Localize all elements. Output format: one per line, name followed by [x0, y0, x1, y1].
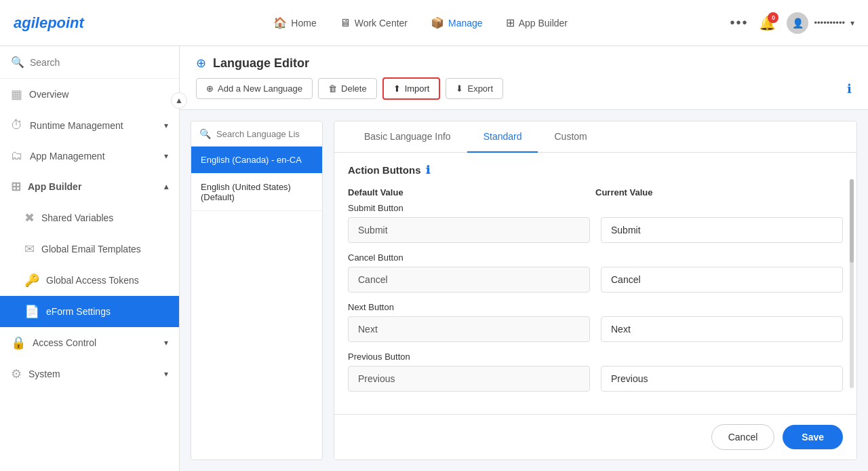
cancel-current-input[interactable]	[601, 267, 843, 293]
language-list-panel: 🔍 English (Canada) - en-CA English (Unit…	[191, 121, 323, 460]
collapse-sidebar-button[interactable]: ▲	[171, 92, 187, 109]
tab-label: Standard	[484, 131, 522, 142]
nav-manage-label: Manage	[448, 18, 483, 29]
field-cancel-label: Cancel Button	[348, 252, 843, 263]
export-button[interactable]: ⬇ Export	[446, 78, 503, 99]
import-icon: ⬆	[393, 83, 401, 94]
appbuilder-icon: ⊞	[506, 16, 515, 29]
more-options[interactable]: •••	[730, 15, 748, 31]
save-button[interactable]: Save	[783, 425, 843, 449]
search-input[interactable]	[30, 57, 168, 68]
right-panel: Basic Language Info Standard Custom	[334, 121, 857, 460]
tab-custom[interactable]: Custom	[538, 121, 603, 153]
previous-current-input[interactable]	[601, 366, 843, 392]
home-icon: 🏠	[273, 16, 287, 29]
sidebar-item-global-email-templates[interactable]: ✉ Global Email Templates	[0, 233, 179, 265]
nav-workcenter[interactable]: 🖥 Work Center	[330, 12, 417, 35]
appmanagement-icon: 🗂	[11, 149, 23, 163]
sidebar-item-app-management[interactable]: 🗂 App Management ▾	[0, 140, 179, 171]
cancel-button[interactable]: Cancel	[711, 424, 775, 450]
sidebar-item-system[interactable]: ⚙ System ▾	[0, 358, 179, 390]
tab-standard[interactable]: Standard	[467, 121, 538, 153]
field-previous-label: Previous Button	[348, 352, 843, 362]
logo-text: agilepoint	[14, 14, 84, 32]
submit-default-input	[348, 217, 590, 243]
logo: agilepoint	[14, 14, 84, 32]
col-header-default: Default Value	[348, 187, 595, 203]
section-heading: Action Buttons ℹ	[348, 164, 843, 176]
page-title: Language Editor	[213, 56, 309, 71]
import-button[interactable]: ⬆ Import	[382, 77, 441, 100]
chevron-down-icon: ▾	[850, 18, 854, 28]
lock-icon: 🔒	[11, 335, 26, 350]
section-heading-text: Action Buttons	[348, 164, 420, 176]
lang-search-input[interactable]	[216, 129, 314, 139]
sidebar-item-eform-settings[interactable]: 📄 eForm Settings	[0, 296, 179, 327]
cancel-default-input	[348, 267, 590, 293]
nav-links: 🏠 Home 🖥 Work Center 📦 Manage ⊞ App Buil…	[111, 11, 730, 35]
sidebar-item-label: Global Access Tokens	[46, 275, 139, 286]
sidebar-item-label: Overview	[29, 89, 68, 100]
field-next-row	[348, 316, 843, 342]
main-layout: 🔍 ▦ Overview ⏱ Runtime Management ▾ 🗂 Ap…	[0, 46, 868, 471]
field-cancel-row	[348, 267, 843, 293]
scrollbar[interactable]	[850, 179, 854, 388]
eform-icon: 📄	[24, 304, 39, 319]
sidebar-item-label: Global Email Templates	[41, 244, 141, 255]
add-icon: ⊕	[206, 83, 214, 94]
top-navigation: agilepoint 🏠 Home 🖥 Work Center 📦 Manage…	[0, 0, 868, 46]
nav-appbuilder-label: App Builder	[519, 18, 568, 29]
add-new-language-button[interactable]: ⊕ Add a New Language	[196, 78, 313, 99]
field-previous-row	[348, 366, 843, 392]
sidebar-item-app-builder[interactable]: ⊞ App Builder ▴	[0, 171, 179, 202]
sidebar-item-label: Shared Variables	[41, 212, 113, 223]
delete-button[interactable]: 🗑 Delete	[318, 78, 377, 99]
page-title-icon: ⊕	[196, 56, 206, 71]
manage-icon: 📦	[431, 16, 444, 29]
form-section: Action Buttons ℹ Default Value Current V…	[334, 153, 856, 414]
sidebar-item-label: App Builder	[28, 181, 81, 192]
chevron-down-icon: ▾	[164, 369, 168, 379]
sidebar-item-label: App Management	[30, 151, 105, 162]
tab-basic-language-info[interactable]: Basic Language Info	[348, 121, 467, 153]
shared-vars-icon: ✖	[24, 210, 35, 225]
search-icon: 🔍	[11, 56, 24, 69]
content-area: ⊕ Language Editor ⊕ Add a New Language 🗑…	[180, 46, 868, 471]
page-title-row: ⊕ Language Editor	[196, 46, 852, 77]
user-name: ••••••••••	[814, 18, 845, 28]
field-submit-label: Submit Button	[348, 203, 843, 213]
sidebar-item-access-control[interactable]: 🔒 Access Control ▾	[0, 327, 179, 358]
nav-appbuilder[interactable]: ⊞ App Builder	[496, 11, 577, 35]
runtime-icon: ⏱	[11, 118, 23, 132]
info-icon[interactable]: ℹ	[847, 81, 852, 96]
sidebar: 🔍 ▦ Overview ⏱ Runtime Management ▾ 🗂 Ap…	[0, 46, 180, 471]
nav-home[interactable]: 🏠 Home	[264, 11, 326, 35]
sidebar-item-shared-variables[interactable]: ✖ Shared Variables	[0, 202, 179, 233]
section-info-icon[interactable]: ℹ	[426, 164, 430, 176]
sidebar-item-global-access-tokens[interactable]: 🔑 Global Access Tokens	[0, 265, 179, 296]
next-current-input[interactable]	[601, 316, 843, 342]
toolbar-row: ⊕ Add a New Language 🗑 Delete ⬆ Import ⬇…	[196, 77, 852, 109]
field-cancel-button: Cancel Button	[348, 252, 843, 293]
delete-icon: 🗑	[328, 83, 337, 94]
sidebar-item-label: System	[28, 369, 60, 379]
submit-current-input[interactable]	[601, 217, 843, 243]
sidebar-item-runtime-management[interactable]: ⏱ Runtime Management ▾	[0, 110, 179, 140]
panel-wrapper: 🔍 English (Canada) - en-CA English (Unit…	[180, 110, 868, 471]
tab-label: Custom	[554, 131, 587, 142]
lang-item-en-us[interactable]: English (United States) (Default)	[191, 174, 322, 211]
chevron-down-icon: ▾	[164, 338, 168, 347]
sidebar-item-overview[interactable]: ▦ Overview	[0, 79, 179, 110]
sidebar-item-label: Access Control	[33, 337, 96, 348]
token-icon: 🔑	[24, 273, 39, 288]
email-icon: ✉	[24, 242, 35, 257]
notification-bell[interactable]: 🔔 0	[759, 15, 776, 31]
lang-item-en-ca[interactable]: English (Canada) - en-CA	[191, 147, 322, 174]
nav-manage[interactable]: 📦 Manage	[421, 11, 492, 35]
tabs-row: Basic Language Info Standard Custom	[334, 121, 856, 153]
workcenter-icon: 🖥	[340, 17, 351, 29]
export-label: Export	[467, 83, 493, 94]
import-label: Import	[405, 83, 430, 94]
user-menu[interactable]: 👤 •••••••••• ▾	[787, 12, 854, 34]
next-default-input	[348, 316, 590, 342]
